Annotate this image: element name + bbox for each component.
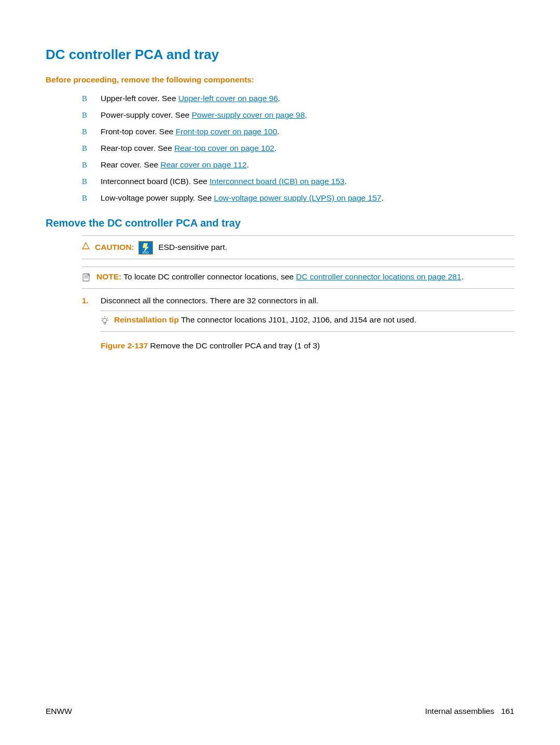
step-number: 1.: [82, 296, 101, 305]
list-item-text: Power-supply cover. See Power-supply cov…: [101, 110, 307, 120]
caution-callout: CAUTION: ESD ESD-sensitive part.: [82, 235, 514, 259]
list-item: B Low-voltage power supply. See Low-volt…: [46, 193, 514, 203]
step-text: Disconnect all the connectors. There are…: [101, 296, 318, 305]
bullet-icon: B: [82, 144, 101, 153]
xref-link[interactable]: Rear cover on page 112: [160, 160, 246, 169]
caution-label: CAUTION:: [95, 243, 134, 251]
xref-link[interactable]: Low-voltage power supply (LVPS) on page …: [214, 193, 382, 202]
prereq-heading: Before proceeding, remove the following …: [46, 75, 514, 85]
page-title: DC controller PCA and tray: [46, 47, 514, 63]
footer-left: ENWW: [46, 707, 72, 716]
tip-content: Reinstallation tip The connector locatio…: [114, 315, 416, 325]
bullet-icon: B: [82, 177, 101, 186]
list-item-text: Low-voltage power supply. See Low-voltag…: [101, 193, 384, 203]
note-content: NOTE: To locate DC controller connector …: [96, 272, 464, 282]
list-item-text: Interconnect board (ICB). See Interconne…: [101, 177, 347, 186]
prereq-list: B Upper-left cover. See Upper-left cover…: [46, 94, 514, 203]
esd-icon: ESD: [138, 241, 153, 255]
list-item: B Front-top cover. See Front-top cover o…: [46, 127, 514, 136]
list-item-text: Front-top cover. See Front-top cover on …: [101, 127, 279, 136]
tip-callout: Reinstallation tip The connector locatio…: [101, 311, 514, 332]
bullet-icon: B: [82, 194, 101, 203]
caution-content: CAUTION: ESD ESD-sensitive part.: [95, 241, 227, 255]
bullet-icon: B: [82, 94, 101, 103]
xref-link[interactable]: Front-top cover on page 100: [176, 127, 277, 136]
xref-link[interactable]: DC controller connector locations on pag…: [296, 272, 461, 281]
note-icon: [82, 273, 91, 284]
note-callout: NOTE: To locate DC controller connector …: [82, 266, 514, 289]
list-item: B Power-supply cover. See Power-supply c…: [46, 110, 514, 120]
svg-point-3: [103, 318, 107, 322]
list-item: B Interconnect board (ICB). See Intercon…: [46, 177, 514, 186]
page-footer: ENWW Internal assemblies 161: [46, 707, 514, 716]
list-item: B Upper-left cover. See Upper-left cover…: [46, 94, 514, 103]
tip-label: Reinstallation tip: [114, 315, 179, 324]
list-item: B Rear cover. See Rear cover on page 112…: [46, 160, 514, 170]
bullet-icon: B: [82, 128, 101, 136]
list-item-text: Rear cover. See Rear cover on page 112.: [101, 160, 249, 170]
footer-right: Internal assemblies 161: [425, 707, 514, 716]
note-label: NOTE:: [96, 272, 121, 281]
xref-link[interactable]: Power-supply cover on page 98: [192, 110, 305, 119]
caution-icon: [82, 242, 90, 251]
bullet-icon: B: [82, 111, 101, 120]
bullet-icon: B: [82, 161, 101, 170]
list-item: B Rear-top cover. See Rear-top cover on …: [46, 144, 514, 153]
xref-link[interactable]: Interconnect board (ICB) on page 153: [209, 177, 344, 186]
caution-text: ESD-sensitive part.: [158, 243, 227, 251]
xref-link[interactable]: Rear-top cover on page 102: [174, 144, 274, 152]
xref-link[interactable]: Upper-left cover on page 96: [178, 94, 278, 103]
step-item: 1. Disconnect all the connectors. There …: [82, 296, 514, 305]
figure-caption: Figure 2-137 Remove the DC controller PC…: [101, 341, 514, 350]
figure-text: Remove the DC controller PCA and tray (1…: [148, 341, 320, 350]
figure-label: Figure 2-137: [101, 341, 148, 350]
list-item-text: Rear-top cover. See Rear-top cover on pa…: [101, 144, 277, 153]
tip-icon: [101, 316, 109, 327]
svg-rect-4: [104, 322, 106, 324]
svg-text:ESD: ESD: [143, 251, 149, 254]
section-heading: Remove the DC controller PCA and tray: [46, 217, 514, 229]
tip-text: The connector locations J101, J102, J106…: [179, 315, 416, 324]
list-item-text: Upper-left cover. See Upper-left cover o…: [101, 94, 280, 103]
